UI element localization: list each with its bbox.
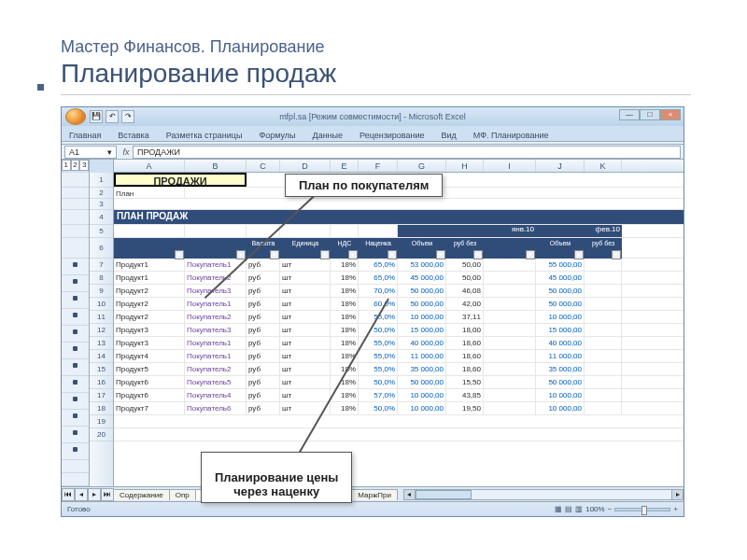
close-button[interactable]: × [660, 109, 681, 120]
cell[interactable] [585, 259, 622, 271]
row-header[interactable]: 5 [90, 225, 113, 238]
cell[interactable]: шт [280, 376, 331, 388]
row-header[interactable]: 9 [90, 285, 113, 298]
column-header[interactable]: D [280, 160, 331, 172]
maximize-button[interactable]: □ [640, 109, 660, 120]
cell[interactable]: 11 000,00 [398, 350, 446, 362]
sheet-tab[interactable]: МаржПри [351, 489, 398, 500]
row-header[interactable]: 8 [90, 272, 113, 285]
sales-title-cell[interactable]: ПРОДАЖИ [114, 173, 247, 187]
cell[interactable]: шт [280, 298, 331, 310]
column-filter-header[interactable]: Объем продаж, ЕИ▾ [398, 238, 446, 259]
column-filter-header[interactable]: ▾ [114, 238, 185, 259]
cell[interactable]: 57,0% [359, 389, 398, 401]
cell[interactable] [585, 285, 622, 297]
cell[interactable] [585, 350, 622, 362]
cell[interactable]: 46,08 [446, 285, 484, 297]
cell[interactable] [585, 363, 622, 375]
cell[interactable] [484, 402, 536, 414]
horizontal-scrollbar[interactable]: ◂ ▸ [403, 489, 684, 500]
column-filter-header[interactable]: Объем продаж, ЕИ▾ [536, 238, 585, 259]
cell[interactable]: 50 000,00 [398, 298, 446, 310]
row-header[interactable]: 10 [90, 298, 113, 311]
cell[interactable]: 53 000,00 [398, 259, 446, 271]
view-layout-icon[interactable]: ▤ [565, 505, 572, 513]
cell[interactable]: 18,60 [446, 350, 484, 362]
cell[interactable]: руб [247, 350, 280, 362]
cell[interactable]: 37,11 [446, 311, 484, 323]
cell[interactable]: 10 000,00 [536, 311, 585, 323]
cell[interactable] [484, 324, 536, 336]
row-header[interactable]: 3 [90, 199, 113, 210]
cell[interactable]: Продукт6 [114, 376, 185, 388]
cell[interactable]: 70,0% [359, 285, 398, 297]
cell[interactable]: 40 000,00 [536, 337, 585, 349]
cell[interactable]: 65,0% [359, 259, 398, 271]
cell[interactable]: 11 000,00 [536, 350, 585, 362]
column-header[interactable]: G [398, 160, 446, 172]
redo-icon[interactable]: ↷ [121, 110, 134, 123]
cell[interactable]: шт [280, 350, 331, 362]
cell[interactable]: руб [247, 311, 280, 323]
cell[interactable]: Продукт2 [114, 285, 185, 297]
scroll-right-icon[interactable]: ▸ [671, 490, 683, 499]
cell[interactable]: Продукт6 [114, 389, 185, 401]
cell[interactable]: 15,50 [446, 376, 484, 388]
column-header[interactable]: K [585, 160, 622, 172]
ribbon-tab[interactable]: Данные [309, 130, 347, 141]
cell[interactable]: Покупатель1 [185, 298, 247, 310]
select-all-corner[interactable] [90, 160, 114, 173]
cell[interactable] [484, 363, 536, 375]
minimize-button[interactable]: — [619, 109, 640, 120]
cell[interactable]: 18,60 [446, 337, 484, 349]
row-header[interactable]: 20 [90, 428, 113, 441]
cell[interactable]: 18% [331, 298, 359, 310]
zoom-out-icon[interactable]: − [608, 505, 613, 513]
save-icon[interactable]: 💾 [90, 110, 103, 123]
cell[interactable]: 50 000,00 [398, 376, 446, 388]
row-header[interactable]: 16 [90, 376, 113, 389]
cell[interactable] [585, 324, 622, 336]
cell[interactable]: руб [247, 402, 280, 414]
outline-level-2[interactable]: 2 [71, 160, 80, 171]
cell[interactable]: шт [280, 324, 331, 336]
cell[interactable]: шт [280, 259, 331, 271]
cell[interactable]: 43,85 [446, 389, 484, 401]
cell[interactable]: 18,00 [446, 324, 484, 336]
cell[interactable]: 18% [331, 376, 359, 388]
ribbon-tab[interactable]: Вставка [114, 130, 152, 141]
cell[interactable]: Покупатель6 [185, 402, 247, 414]
cell[interactable]: руб [247, 298, 280, 310]
cell[interactable]: Продукт3 [114, 324, 185, 336]
cell[interactable]: 50,00 [446, 272, 484, 284]
cell[interactable]: Покупатель1 [185, 350, 247, 362]
cell[interactable]: 18% [331, 324, 359, 336]
ribbon-tab[interactable]: Вид [438, 130, 460, 141]
cell[interactable]: 18% [331, 311, 359, 323]
cell[interactable]: Покупатель2 [185, 363, 247, 375]
cell[interactable]: Продукт1 [114, 272, 185, 284]
fx-icon[interactable]: fx [120, 147, 133, 157]
cell[interactable]: руб [247, 272, 280, 284]
cell[interactable]: Продукт1 [114, 259, 185, 271]
cell[interactable]: 10 000,00 [398, 402, 446, 414]
cell[interactable] [585, 389, 622, 401]
sheet-tab[interactable]: Опр [169, 489, 196, 500]
tab-nav-first[interactable]: ⏮ [62, 488, 75, 501]
column-header[interactable]: I [484, 160, 536, 172]
cell[interactable] [585, 298, 622, 310]
cell[interactable] [585, 402, 622, 414]
chevron-down-icon[interactable]: ▾ [107, 147, 112, 157]
cell[interactable]: 55 000,00 [536, 259, 585, 271]
cell[interactable] [484, 389, 536, 401]
cell[interactable] [585, 272, 622, 284]
cell[interactable] [185, 225, 247, 237]
cell[interactable]: 15 000,00 [536, 324, 585, 336]
column-header[interactable]: B [185, 160, 247, 172]
column-filter-header[interactable]: Единица измерения▾ [280, 238, 331, 259]
cell[interactable]: Продукт5 [114, 363, 185, 375]
column-header[interactable]: J [536, 160, 585, 172]
cell[interactable]: 50,00 [446, 259, 484, 271]
cell[interactable]: 18% [331, 259, 359, 271]
column-filter-header[interactable]: НДС▾ [331, 238, 359, 259]
